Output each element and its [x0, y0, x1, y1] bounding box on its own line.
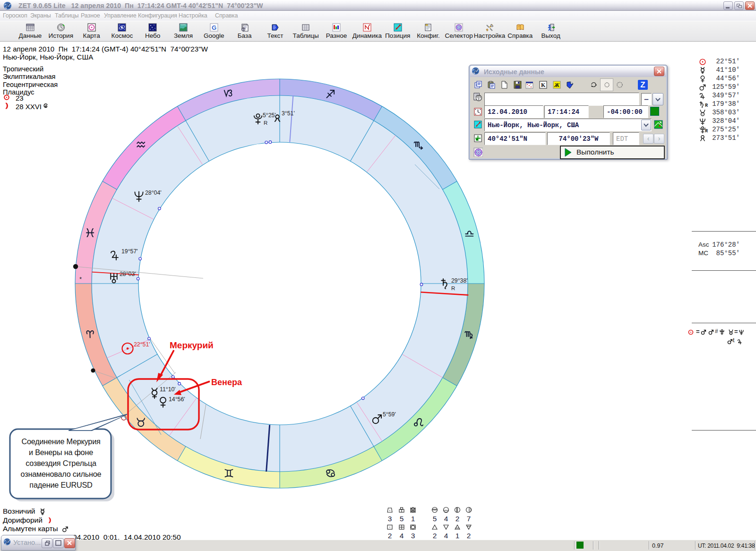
svg-text:Венера: Венера [211, 378, 242, 387]
svg-text:22°51': 22°51' [134, 341, 150, 348]
svg-text:11°10': 11°10' [160, 386, 176, 393]
svg-text:29°38': 29°38' [451, 277, 468, 284]
svg-text:19°57': 19°57' [121, 248, 138, 255]
svg-text:Ж: Ж [554, 82, 560, 88]
svg-text:созвездия Стрельца: созвездия Стрельца [26, 459, 96, 467]
svg-text:и Венеры на фоне: и Венеры на фоне [29, 448, 93, 456]
svg-text:14°56': 14°56' [169, 396, 185, 403]
svg-text:5°59': 5°59' [383, 411, 396, 418]
svg-text:Меркурий: Меркурий [170, 340, 214, 350]
svg-text:K: K [541, 82, 546, 88]
svg-text:*: * [79, 276, 82, 283]
svg-text:3°51': 3°51' [282, 110, 295, 117]
svg-text:R: R [451, 285, 455, 291]
svg-text:R: R [264, 120, 267, 126]
svg-text:Соединение Меркурия: Соединение Меркурия [21, 437, 100, 446]
svg-text:падение EURUSD: падение EURUSD [29, 481, 92, 489]
svg-text:28°03': 28°03' [120, 271, 136, 277]
svg-text:5°25': 5°25' [263, 112, 276, 119]
svg-text:28°04': 28°04' [145, 189, 162, 196]
svg-text:ознаменовало сильное: ознаменовало сильное [21, 470, 102, 478]
